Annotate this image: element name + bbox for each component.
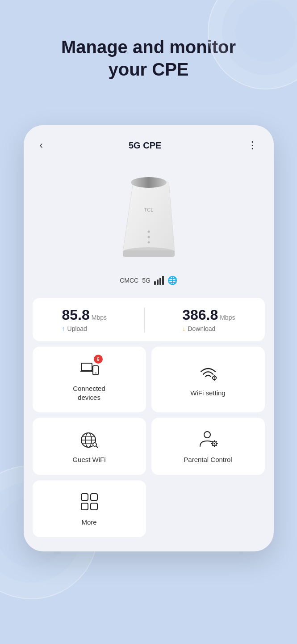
svg-point-13 [213,377,215,378]
upload-unit: Mbps [92,314,107,321]
svg-rect-39 [91,494,97,500]
guest-wifi-label: Guest WiFi [72,455,105,464]
signal-info: CMCC 5G 🌐 [120,275,177,285]
svg-point-29 [213,443,215,445]
phone-mockup: ‹ 5G CPE ⋮ [24,125,274,551]
svg-point-3 [147,236,150,238]
svg-rect-32 [211,443,212,444]
page-title: Manage and monitoryour CPE [18,36,279,80]
more-label: More [81,518,96,527]
more-card[interactable]: More [33,480,146,538]
phone-header: ‹ 5G CPE ⋮ [24,125,274,160]
svg-rect-31 [214,446,215,447]
svg-rect-9 [93,366,98,375]
svg-text:TCL: TCL [144,207,153,212]
guest-wifi-card[interactable]: Guest WiFi [33,418,146,475]
devices-icon: 6 [79,357,100,379]
svg-rect-38 [81,494,88,500]
page-title-area: Manage and monitoryour CPE [0,0,297,94]
connected-devices-label: Connecteddevices [73,384,105,402]
download-arrow-icon: ↓ [182,325,185,332]
phone-title: 5G CPE [129,140,161,151]
svg-rect-16 [212,377,213,378]
more-section: More [33,480,265,538]
parental-control-card[interactable]: Parental Control [151,418,265,475]
upload-value: 85.8 [62,307,90,323]
back-button[interactable]: ‹ [36,138,46,153]
download-value: 386.8 [182,307,218,323]
svg-rect-33 [216,443,218,444]
parental-control-icon [197,428,219,450]
operator-label: CMCC [120,277,138,284]
svg-rect-14 [214,375,215,377]
wifi-setting-card[interactable]: WiFi setting [151,347,265,412]
download-unit: Mbps [220,314,235,321]
guest-wifi-icon [79,428,100,450]
svg-rect-6 [123,250,175,257]
connected-devices-card[interactable]: 6 Connecteddevices [33,347,146,412]
svg-rect-40 [81,503,88,510]
svg-point-0 [131,177,167,188]
svg-point-4 [147,242,150,244]
svg-rect-30 [214,441,215,442]
signal-bars [154,276,164,285]
upload-speed: 85.8 Mbps ↑ Upload [62,307,107,332]
feature-cards-grid: 6 Connecteddevices [33,347,265,475]
menu-button[interactable]: ⋮ [244,138,261,153]
download-speed: 386.8 Mbps ↓ Download [182,307,235,332]
router-image: TCL [104,165,193,272]
svg-point-2 [147,231,150,233]
download-label: Download [188,325,215,332]
svg-point-26 [204,432,210,438]
device-area: TCL CMCC 5G 🌐 [24,160,274,292]
wifi-settings-icon [197,362,219,383]
svg-rect-15 [214,379,215,381]
connected-devices-badge: 6 [94,355,103,364]
grid-icon [79,491,100,513]
wifi-setting-label: WiFi setting [190,389,225,398]
svg-rect-7 [81,363,92,371]
parental-control-label: Parental Control [184,455,232,464]
network-label: 5G [142,277,151,284]
speed-divider [144,307,145,332]
svg-rect-41 [91,503,97,510]
globe-icon: 🌐 [167,275,177,285]
upload-arrow-icon: ↑ [62,325,65,332]
upload-label: Upload [67,325,87,332]
speed-card: 85.8 Mbps ↑ Upload 386.8 Mbps ↓ Download [33,298,265,341]
svg-rect-17 [216,377,217,378]
router-svg: TCL [109,169,189,267]
